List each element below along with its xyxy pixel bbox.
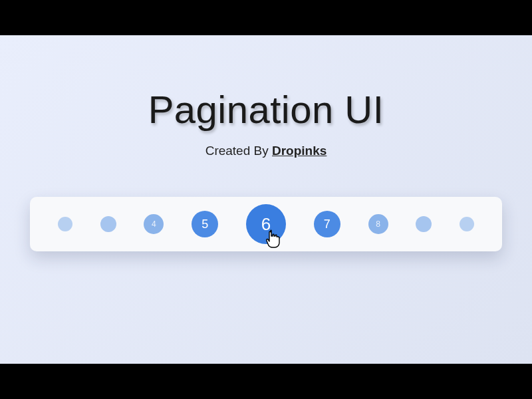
subtitle: Created By Dropinks	[205, 144, 327, 158]
pagination-bar: 2 3 4 5 6 7 8 9 10	[30, 197, 502, 251]
page-dot[interactable]: 8	[368, 214, 388, 234]
page-title: Pagination UI	[148, 87, 384, 132]
page-dot[interactable]: 9	[416, 216, 432, 232]
stage: Pagination UI Created By Dropinks 2 3 4 …	[0, 35, 532, 364]
page-dot[interactable]: 5	[192, 211, 218, 237]
subtitle-prefix: Created By	[205, 144, 272, 158]
page-dot[interactable]: 10	[460, 217, 474, 231]
page-dot[interactable]: 4	[144, 214, 164, 234]
page-dot-active[interactable]: 6	[246, 204, 286, 244]
page-dot[interactable]: 2	[58, 217, 72, 231]
page-dot[interactable]: 3	[100, 216, 116, 232]
author-link[interactable]: Dropinks	[272, 144, 327, 158]
page-dot[interactable]: 7	[314, 211, 340, 237]
